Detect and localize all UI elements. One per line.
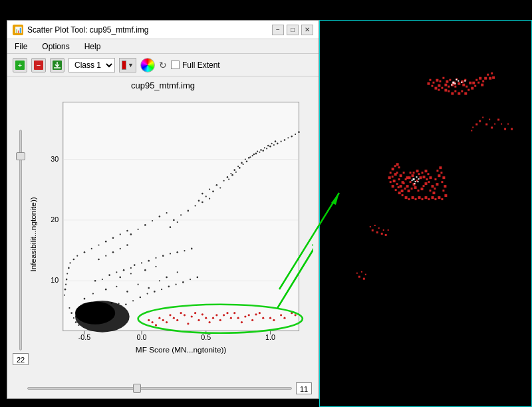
svg-point-42 xyxy=(123,269,125,271)
svg-point-134 xyxy=(281,141,282,142)
svg-point-189 xyxy=(262,317,264,319)
svg-rect-202 xyxy=(444,84,447,86)
svg-rect-313 xyxy=(418,196,421,199)
svg-point-138 xyxy=(295,134,296,135)
svg-rect-218 xyxy=(427,82,430,85)
svg-point-184 xyxy=(209,321,211,323)
scatter-plot-svg: Infeasibilit...ngtonite)) 10 20 30 -0.5 xyxy=(27,92,313,369)
svg-point-28 xyxy=(126,291,128,293)
title-bar-left: 📊 Scatter Plot Tool: cup95_mtmf.img xyxy=(13,25,149,35)
menu-options[interactable]: Options xyxy=(40,41,71,52)
svg-point-83 xyxy=(144,224,146,226)
svg-rect-254 xyxy=(398,178,400,180)
svg-rect-237 xyxy=(482,80,484,82)
svg-point-171 xyxy=(215,314,217,316)
svg-point-159 xyxy=(201,313,203,315)
svg-rect-198 xyxy=(446,80,448,83)
svg-rect-355 xyxy=(381,233,383,235)
svg-rect-214 xyxy=(462,84,465,86)
color-selector-button[interactable]: ▼ xyxy=(119,58,136,72)
svg-point-98 xyxy=(66,273,68,274)
svg-rect-358 xyxy=(388,229,389,231)
svg-rect-277 xyxy=(408,190,410,192)
svg-text:+: + xyxy=(18,61,22,69)
svg-point-34 xyxy=(144,269,146,271)
chart-area: Infeasibilit...ngtonite)) 10 20 30 -0.5 xyxy=(27,92,313,369)
full-extent-option[interactable]: Full Extent xyxy=(171,61,220,70)
svg-point-31 xyxy=(159,280,160,281)
close-button[interactable]: ✕ xyxy=(301,25,313,35)
x-slider-track[interactable] xyxy=(27,387,292,390)
add-class-button[interactable]: + xyxy=(13,58,27,72)
svg-point-115 xyxy=(201,193,203,195)
svg-point-112 xyxy=(205,196,207,197)
svg-rect-272 xyxy=(392,176,394,178)
svg-rect-210 xyxy=(438,84,440,87)
svg-rect-247 xyxy=(458,80,459,82)
svg-rect-359 xyxy=(356,273,358,274)
svg-rect-326 xyxy=(394,165,396,167)
svg-rect-274 xyxy=(398,186,400,188)
class-selector[interactable]: Class 1 Class 2 Class 3 xyxy=(68,58,115,72)
svg-point-61 xyxy=(111,302,113,304)
svg-point-119 xyxy=(227,176,229,178)
maximize-button[interactable]: □ xyxy=(287,25,299,35)
export-button[interactable] xyxy=(50,58,65,72)
svg-rect-287 xyxy=(425,170,428,172)
color-wheel-button[interactable] xyxy=(140,58,155,72)
svg-point-154 xyxy=(148,319,150,321)
svg-point-33 xyxy=(130,273,132,274)
svg-point-151 xyxy=(267,145,269,147)
svg-point-49 xyxy=(170,253,171,254)
svg-rect-349 xyxy=(511,128,513,130)
svg-rect-361 xyxy=(361,271,362,273)
svg-point-25 xyxy=(92,293,94,295)
svg-point-192 xyxy=(295,314,297,316)
svg-rect-360 xyxy=(358,276,360,278)
svg-point-116 xyxy=(209,189,210,190)
minimize-button[interactable]: − xyxy=(272,25,284,35)
svg-point-35 xyxy=(155,266,156,267)
y-slider-track[interactable] xyxy=(19,130,22,350)
x-slider-thumb[interactable] xyxy=(133,384,141,393)
svg-point-152 xyxy=(271,143,273,144)
svg-point-141 xyxy=(231,174,233,176)
svg-point-135 xyxy=(284,139,286,141)
svg-point-122 xyxy=(237,166,239,167)
svg-point-44 xyxy=(134,264,136,266)
svg-rect-269 xyxy=(400,185,402,188)
chart-wrapper: cup95_mtmf.img 22 Infeasibilit...ngtonit… xyxy=(7,76,319,398)
svg-text:0.5: 0.5 xyxy=(201,333,211,341)
toolbar: + − Class 1 Class 2 Class 3 xyxy=(7,54,319,76)
menu-help[interactable]: Help xyxy=(82,41,103,52)
svg-point-58 xyxy=(87,307,88,309)
svg-point-32 xyxy=(119,277,121,279)
svg-point-82 xyxy=(138,229,139,230)
svg-rect-357 xyxy=(385,234,387,236)
svg-rect-362 xyxy=(363,278,365,280)
y-slider-thumb[interactable] xyxy=(16,152,25,160)
svg-rect-301 xyxy=(442,176,445,179)
svg-point-158 xyxy=(191,315,193,317)
y-slider-value: 22 xyxy=(13,353,29,365)
svg-point-57 xyxy=(126,244,128,246)
svg-point-188 xyxy=(251,319,253,321)
refresh-button[interactable]: ↻ xyxy=(159,60,167,70)
svg-point-95 xyxy=(73,259,75,261)
menu-file[interactable]: File xyxy=(13,41,29,52)
svg-point-148 xyxy=(257,151,258,152)
svg-point-26 xyxy=(105,289,107,291)
full-extent-checkbox[interactable] xyxy=(171,61,180,69)
delete-class-button[interactable]: − xyxy=(31,58,46,72)
title-bar-controls: − □ ✕ xyxy=(272,25,313,35)
svg-text:10: 10 xyxy=(51,276,59,284)
svg-rect-273 xyxy=(394,173,397,176)
svg-rect-6 xyxy=(63,102,299,331)
svg-point-103 xyxy=(173,219,175,221)
svg-point-45 xyxy=(141,262,142,263)
svg-rect-285 xyxy=(423,176,426,178)
svg-point-125 xyxy=(248,157,250,159)
svg-point-104 xyxy=(180,214,182,215)
svg-point-71 xyxy=(182,281,184,283)
svg-point-40 xyxy=(108,274,110,276)
